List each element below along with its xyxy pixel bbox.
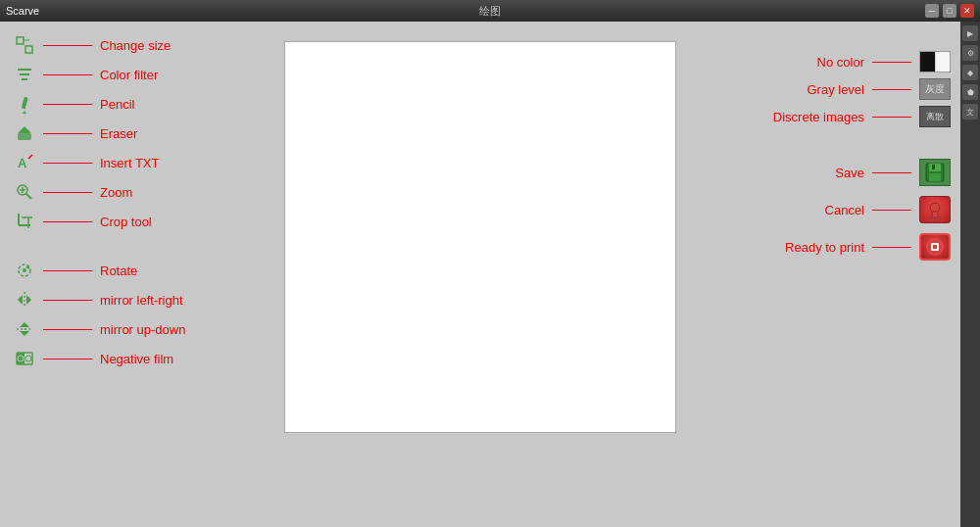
gray-level-btn-text: 灰度: [925, 82, 945, 96]
svg-line-13: [26, 194, 31, 199]
cancel-button[interactable]: [919, 196, 951, 223]
right-item-cancel: Cancel: [764, 196, 951, 223]
svg-marker-26: [20, 322, 29, 327]
filter-icon: [14, 64, 35, 85]
far-right-btn-4[interactable]: ⬟: [962, 84, 978, 100]
far-right-btn-3[interactable]: ◆: [962, 65, 978, 80]
svg-line-11: [28, 155, 32, 159]
label-cancel: Cancel: [825, 203, 864, 217]
text-icon: A: [14, 152, 35, 173]
tool-label-color-filter: Color filter: [100, 68, 158, 82]
far-right-btn-2[interactable]: ⚙: [962, 45, 978, 61]
far-right-panel: ▶ ⚙ ◆ ⬟ 文: [960, 22, 980, 527]
label-gray-level: Gray level: [807, 82, 864, 97]
window-controls-left: Scarve: [6, 5, 47, 17]
right-item-print: Ready to print: [764, 233, 951, 261]
tool-color-filter[interactable]: Color filter: [10, 61, 196, 88]
tool-crop[interactable]: Crop tool: [10, 208, 196, 235]
save-button[interactable]: [919, 159, 951, 186]
tool-negative-film[interactable]: Negative film: [10, 345, 196, 372]
right-line: [872, 247, 911, 248]
svg-text:A: A: [18, 156, 27, 170]
tool-change-size[interactable]: Change size: [10, 31, 196, 59]
far-right-btn-5[interactable]: 文: [962, 104, 978, 120]
close-button[interactable]: ✕: [960, 4, 974, 18]
gray-level-button[interactable]: 灰度: [919, 78, 951, 100]
maximize-button[interactable]: □: [943, 4, 956, 18]
right-line: [872, 172, 911, 173]
canvas-area: [196, 22, 764, 527]
eraser-icon: [14, 122, 35, 144]
tool-line: [43, 329, 92, 330]
svg-marker-27: [20, 331, 29, 336]
mirror-ud-icon: [14, 318, 35, 340]
crop-icon: [14, 211, 35, 232]
tool-line: [43, 45, 92, 46]
negative-icon: [14, 348, 35, 369]
drawing-canvas[interactable]: [284, 41, 676, 433]
tool-mirror-ud[interactable]: mirror up-down: [10, 315, 196, 343]
tool-line: [43, 359, 92, 359]
pencil-icon: [14, 93, 35, 115]
tool-line: [43, 163, 92, 164]
rotate-icon: [14, 260, 35, 281]
app-name: Scarve: [6, 5, 39, 17]
tool-label-eraser: Eraser: [100, 126, 137, 141]
svg-marker-24: [26, 295, 31, 305]
tool-label-rotate: Rotate: [100, 264, 137, 278]
tool-label-pencil: Pencil: [100, 97, 134, 112]
svg-point-21: [23, 268, 26, 272]
right-line: [872, 89, 911, 90]
svg-rect-41: [933, 245, 937, 249]
zoom-icon: [14, 181, 35, 203]
tool-rotate[interactable]: Rotate: [10, 257, 196, 284]
svg-marker-23: [18, 295, 23, 305]
right-item-discrete: Discrete images 离散: [764, 106, 951, 127]
tool-label-insert-txt: Insert TXT: [100, 156, 159, 170]
tool-line: [43, 133, 92, 134]
mirror-lr-icon: [14, 289, 35, 311]
tool-pencil[interactable]: Pencil: [10, 90, 196, 118]
right-item-gray-level: Gray level 灰度: [764, 78, 951, 100]
tool-zoom[interactable]: Zoom: [10, 178, 196, 206]
tool-line: [43, 221, 92, 222]
right-line: [872, 62, 911, 63]
label-save: Save: [835, 166, 864, 180]
tool-line: [43, 270, 92, 271]
right-line: [872, 210, 911, 211]
discrete-btn-text: 离散: [926, 111, 944, 123]
discrete-button[interactable]: 离散: [919, 106, 951, 127]
svg-rect-1: [25, 46, 32, 53]
tool-label-mirror-ud: mirror up-down: [100, 322, 185, 337]
tool-line: [43, 74, 92, 75]
svg-rect-38: [929, 216, 941, 219]
tool-line: [43, 192, 92, 193]
svg-rect-0: [17, 37, 24, 44]
svg-rect-34: [929, 173, 941, 181]
no-color-button[interactable]: [919, 51, 951, 72]
svg-marker-7: [23, 111, 26, 114]
minimize-button[interactable]: ─: [925, 4, 939, 18]
window-title: 绘图: [479, 4, 501, 19]
label-discrete: Discrete images: [773, 110, 864, 124]
tool-label-negative-film: Negative film: [100, 352, 173, 366]
print-button[interactable]: [919, 233, 951, 261]
tool-line: [43, 104, 92, 105]
resize-icon: [14, 34, 35, 56]
window-controls: ─ □ ✕: [925, 4, 974, 18]
tool-eraser[interactable]: Eraser: [10, 120, 196, 147]
tool-insert-txt[interactable]: A Insert TXT: [10, 149, 196, 176]
title-bar: Scarve 绘图 ─ □ ✕: [0, 0, 980, 22]
svg-point-30: [25, 356, 31, 361]
tool-label-mirror-lr: mirror left-right: [100, 293, 183, 308]
tool-mirror-lr[interactable]: mirror left-right: [10, 286, 196, 313]
tool-label-change-size: Change size: [100, 38, 171, 53]
right-item-save: Save: [764, 159, 951, 186]
main-area: Change size Color filter: [0, 22, 980, 527]
svg-rect-8: [18, 133, 31, 140]
svg-marker-9: [18, 126, 31, 133]
far-right-btn-1[interactable]: ▶: [962, 25, 978, 41]
tool-label-zoom: Zoom: [100, 185, 132, 200]
svg-rect-6: [22, 97, 28, 110]
tool-label-crop: Crop tool: [100, 215, 152, 229]
